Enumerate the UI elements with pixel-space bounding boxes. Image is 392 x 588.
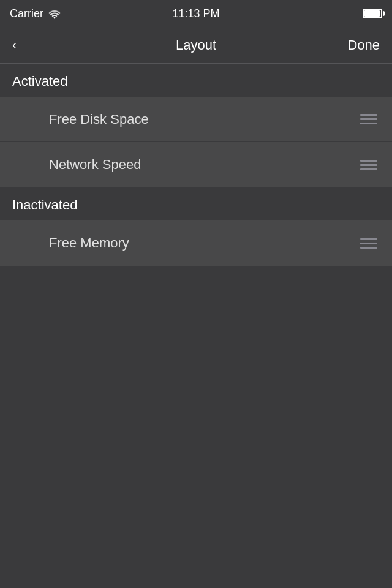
list-item[interactable]: Free Memory xyxy=(0,221,392,266)
activated-section-header: Activated xyxy=(0,64,392,97)
drag-handle-network-speed[interactable] xyxy=(360,160,377,170)
done-button[interactable]: Done xyxy=(345,32,382,58)
free-disk-space-label: Free Disk Space xyxy=(49,111,149,127)
activated-label: Activated xyxy=(12,74,68,89)
drag-handle-line xyxy=(360,118,377,120)
inactivated-list: Free Memory xyxy=(0,221,392,266)
nav-bar: ‹ Layout Done xyxy=(0,27,392,64)
status-time: 11:13 PM xyxy=(172,7,219,20)
list-item[interactable]: Network Speed xyxy=(0,142,392,187)
free-memory-label: Free Memory xyxy=(49,235,129,251)
drag-handle-free-memory[interactable] xyxy=(360,238,377,249)
drag-handle-line xyxy=(360,164,377,166)
drag-handle-line xyxy=(360,114,377,116)
status-right xyxy=(363,9,382,18)
network-speed-label: Network Speed xyxy=(49,157,141,173)
list-item[interactable]: Free Disk Space xyxy=(0,97,392,142)
drag-handle-free-disk-space[interactable] xyxy=(360,114,377,124)
status-left: Carrier xyxy=(10,7,61,20)
back-button[interactable]: ‹ xyxy=(10,32,19,58)
drag-handle-line xyxy=(360,123,377,124)
status-bar: Carrier 11:13 PM xyxy=(0,0,392,27)
inactivated-section-header: Inactivated xyxy=(0,187,392,221)
drag-handle-line xyxy=(360,160,377,162)
carrier-label: Carrier xyxy=(10,7,43,20)
activated-list: Free Disk Space Network Speed xyxy=(0,97,392,187)
drag-handle-line xyxy=(360,238,377,240)
drag-handle-line xyxy=(360,247,377,249)
drag-handle-line xyxy=(360,168,377,170)
back-chevron-icon: ‹ xyxy=(12,37,17,53)
nav-title: Layout xyxy=(176,37,216,53)
battery-icon xyxy=(363,9,382,18)
drag-handle-line xyxy=(360,243,377,244)
inactivated-label: Inactivated xyxy=(12,197,77,213)
wifi-icon xyxy=(48,9,61,18)
